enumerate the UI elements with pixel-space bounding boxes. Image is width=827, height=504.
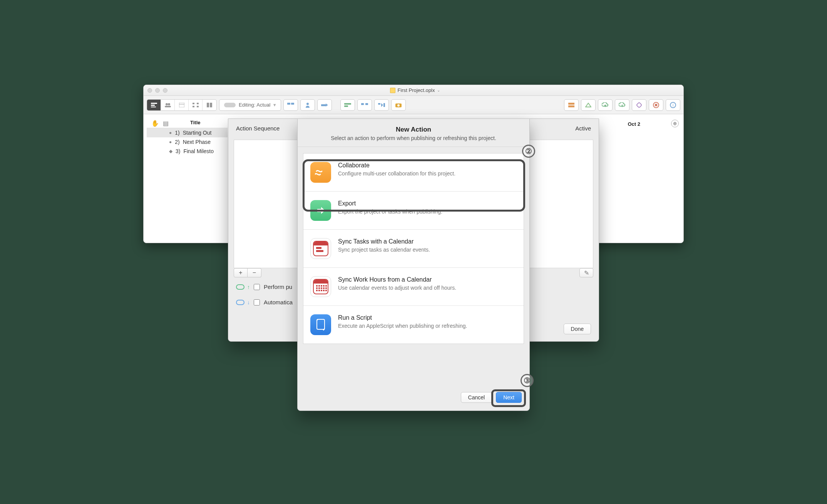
cancel-button[interactable]: Cancel	[461, 392, 492, 403]
add-button[interactable]: +	[234, 268, 248, 277]
zoom-icon[interactable]: ⊕	[671, 120, 679, 127]
bullet-icon: ●	[169, 130, 172, 135]
callout-2: ②	[522, 145, 535, 158]
task-label: Final Milesto	[183, 148, 214, 154]
svg-rect-5	[165, 106, 171, 107]
bullet-icon: ●	[169, 139, 172, 145]
svg-rect-29	[655, 104, 657, 106]
diamond-icon: ◆	[169, 149, 172, 154]
tb-stop[interactable]	[649, 99, 663, 111]
window-title: First Project.oplx ⌄	[167, 87, 663, 93]
close-dot[interactable]	[147, 88, 152, 93]
view-resource[interactable]	[161, 100, 175, 110]
task-row-2[interactable]: ● 2) Next Phase	[147, 137, 228, 147]
cloud-up-icon	[236, 284, 244, 290]
tb-critical-path[interactable]	[632, 99, 646, 111]
tb-group-left-2[interactable]	[300, 99, 315, 111]
svg-point-4	[168, 103, 170, 105]
tb-split[interactable]	[357, 99, 372, 111]
task-number: 2)	[175, 139, 179, 145]
hand-icon[interactable]: ✋	[151, 120, 159, 127]
view-network[interactable]	[189, 100, 203, 110]
active-label: Active	[575, 125, 591, 132]
tb-baselines[interactable]	[564, 99, 579, 111]
action-collaborate[interactable]: Collaborate Configure multi-user collabo…	[303, 154, 524, 192]
tb-camera[interactable]	[391, 99, 406, 111]
task-number: 1)	[175, 130, 179, 136]
svg-rect-26	[568, 103, 574, 105]
outline: ✋ ▤ Title ● 1) Starting Out ● 2) Next Ph…	[147, 119, 228, 156]
tb-group-left-3[interactable]	[317, 99, 332, 111]
action-desc: Use calendar events to adjust work and o…	[338, 285, 456, 291]
zoom-dot[interactable]	[163, 88, 167, 93]
auto-refresh-row: ↓ Automatica	[236, 299, 293, 305]
svg-rect-14	[287, 103, 290, 105]
tb-group-left-1[interactable]	[283, 99, 298, 111]
task-row-1[interactable]: ● 1) Starting Out	[147, 128, 228, 137]
svg-rect-11	[197, 106, 199, 107]
tb-info[interactable]: i	[666, 99, 680, 111]
callout-3: ③	[521, 374, 534, 387]
tb-leveling[interactable]	[340, 99, 355, 111]
action-desc: Sync project tasks as calendar events.	[338, 247, 430, 253]
svg-rect-13	[210, 103, 212, 107]
sync-tasks-icon	[310, 238, 331, 259]
action-sequence-label: Action Sequence	[236, 125, 280, 132]
auto-refresh-checkbox[interactable]	[254, 299, 260, 305]
editing-selector[interactable]: Editing: Actual ▾	[219, 99, 281, 111]
window-controls	[147, 88, 167, 93]
title-text: First Project.oplx	[398, 87, 435, 93]
tb-publish-up[interactable]	[598, 99, 613, 111]
done-button[interactable]: Done	[564, 324, 591, 334]
action-export[interactable]: Export Export the project or tasks when …	[303, 192, 524, 230]
svg-rect-21	[365, 103, 368, 105]
action-title: Run a Script	[338, 314, 467, 321]
collaborate-icon	[310, 162, 331, 183]
document-icon	[390, 88, 395, 93]
view-gantt[interactable]	[147, 100, 161, 110]
svg-rect-10	[193, 106, 194, 107]
task-row-3[interactable]: ◆ 3) Final Milesto	[147, 147, 228, 156]
edit-button[interactable]: ✎	[579, 268, 593, 277]
svg-rect-8	[193, 103, 194, 104]
cloud-down-icon	[236, 300, 244, 305]
perform-publish-checkbox[interactable]	[254, 284, 260, 290]
action-desc: Configure multi-user collaboration for t…	[338, 170, 455, 177]
next-button[interactable]: Next	[496, 392, 522, 403]
svg-rect-12	[207, 103, 209, 107]
script-icon	[310, 314, 331, 335]
svg-point-25	[397, 104, 400, 107]
view-calendar[interactable]	[175, 100, 189, 110]
svg-rect-32	[317, 319, 325, 329]
task-label: Starting Out	[183, 130, 212, 136]
svg-rect-2	[151, 107, 156, 107]
tb-publish-down[interactable]	[615, 99, 629, 111]
minimize-dot[interactable]	[155, 88, 160, 93]
action-title: Export	[338, 200, 442, 207]
export-icon	[310, 200, 331, 221]
title-chevron-icon[interactable]: ⌄	[437, 88, 440, 92]
action-title: Sync Work Hours from a Calendar	[338, 276, 456, 283]
action-sync-hours[interactable]: Sync Work Hours from a Calendar Use cale…	[303, 268, 524, 306]
task-label: Next Phase	[183, 139, 211, 145]
action-list: Collaborate Configure multi-user collabo…	[303, 153, 524, 344]
sync-hours-icon	[310, 276, 331, 297]
action-run-script[interactable]: Run a Script Execute an AppleScript when…	[303, 306, 524, 344]
auto-refresh-label: Automatica	[264, 299, 293, 305]
svg-rect-0	[151, 103, 157, 104]
svg-rect-6	[179, 103, 184, 107]
tb-simulations[interactable]	[581, 99, 596, 111]
column-title: Title	[172, 120, 201, 127]
action-sync-tasks[interactable]: Sync Tasks with a Calendar Sync project …	[303, 230, 524, 268]
action-desc: Export the project or tasks when publish…	[338, 209, 442, 215]
list-icon[interactable]: ▤	[163, 120, 169, 127]
svg-rect-17	[321, 104, 326, 106]
editing-label: Editing: Actual	[239, 102, 270, 108]
perform-publish-label: Perform pu	[264, 284, 292, 290]
action-title: Sync Tasks with a Calendar	[338, 238, 430, 245]
view-styles[interactable]	[203, 100, 216, 110]
remove-button[interactable]: −	[248, 268, 261, 277]
svg-rect-1	[151, 105, 155, 106]
action-title: Collaborate	[338, 162, 455, 169]
tb-catchup[interactable]	[374, 99, 389, 111]
